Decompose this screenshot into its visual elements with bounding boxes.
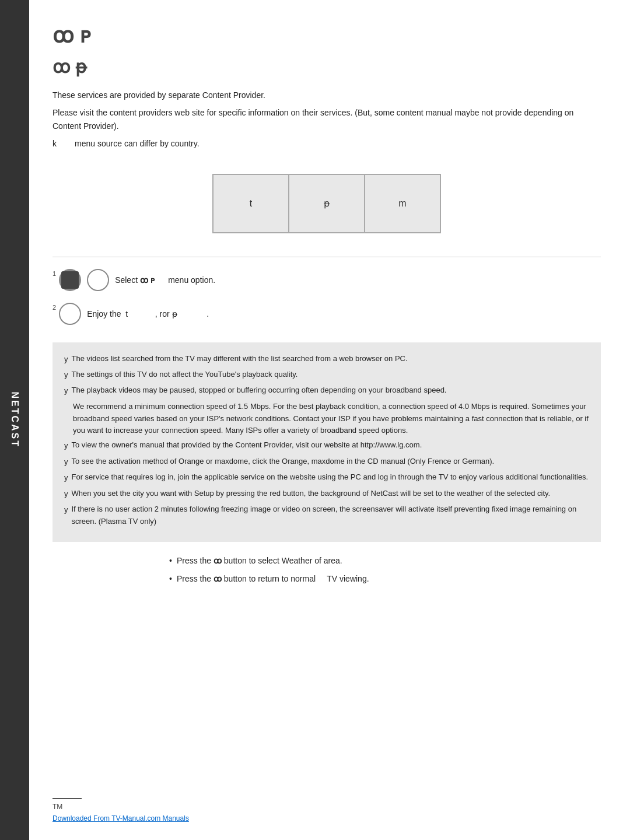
step-2-number: 2 bbox=[52, 304, 56, 311]
sidebar: NETCAST bbox=[0, 0, 29, 840]
bottom-bullet-1: • Press the ꝏ button to select Weather o… bbox=[169, 554, 601, 568]
bottom-bullets: • Press the ꝏ button to select Weather o… bbox=[169, 554, 601, 586]
note-1: y The videos list searched from the TV m… bbox=[64, 353, 589, 365]
description-line-3: k menu source can differ by country. bbox=[52, 137, 601, 150]
menu-boxes-section: t ᵽ m bbox=[52, 174, 601, 233]
note-6: y For service that requires log in, join… bbox=[64, 471, 589, 484]
note-5: y To see the activation method of Orange… bbox=[64, 456, 589, 468]
step-1-text: Select ꝏ ᴘ menu option. bbox=[115, 275, 215, 285]
main-content: ꝏ ᴘ ꝏ ᵽ These services are provided by s… bbox=[29, 0, 630, 840]
step-2: 2 Enjoy the t , ror ᵽ . bbox=[52, 303, 601, 325]
note-7: y When you set the city you want with Se… bbox=[64, 488, 589, 500]
menu-box-1: t bbox=[213, 174, 289, 233]
sidebar-label: NETCAST bbox=[9, 392, 20, 449]
header-symbols: ꝏ ᴘ ꝏ ᵽ bbox=[52, 23, 601, 77]
footer-tm: TM bbox=[52, 803, 607, 811]
note-4: y To view the owner's manual that provid… bbox=[64, 439, 589, 452]
step-1-button-icon bbox=[59, 269, 81, 291]
symbol-medium: ꝏ ᵽ bbox=[52, 57, 601, 77]
menu-box-3: m bbox=[365, 174, 440, 233]
steps-section: 1 Select ꝏ ᴘ menu option. 2 Enjoy the t … bbox=[52, 269, 601, 325]
symbol-large: ꝏ ᴘ bbox=[52, 23, 601, 48]
bottom-bullet-2: • Press the ꝏ button to return to normal… bbox=[169, 572, 601, 586]
note-8: y If there is no user action 2 minutes f… bbox=[64, 503, 589, 528]
menu-boxes-container: t ᵽ m bbox=[212, 174, 441, 233]
description-line-2: Please visit the content providers web s… bbox=[52, 106, 601, 132]
step-1-circle bbox=[87, 269, 109, 291]
section-divider bbox=[52, 257, 601, 257]
footer-line bbox=[52, 798, 82, 799]
note-2: y The settings of this TV do not affect … bbox=[64, 369, 589, 381]
description-line-1: These services are provided by separate … bbox=[52, 89, 601, 102]
step-1: 1 Select ꝏ ᴘ menu option. bbox=[52, 269, 601, 291]
note-3-sub: We recommend a minimum connection speed … bbox=[73, 401, 589, 437]
notes-section: y The videos list searched from the TV m… bbox=[52, 342, 601, 542]
note-3: y The playback videos may be paused, sto… bbox=[64, 384, 589, 397]
step-2-text: Enjoy the t , ror ᵽ . bbox=[87, 309, 209, 318]
menu-box-2: ᵽ bbox=[289, 174, 365, 233]
step-1-btn-inner bbox=[61, 271, 79, 289]
footer-link[interactable]: Downloaded From TV-Manual.com Manuals bbox=[52, 814, 189, 822]
step-1-number: 1 bbox=[52, 270, 56, 277]
footer: TM Downloaded From TV-Manual.com Manuals bbox=[52, 798, 607, 822]
step-2-circle bbox=[59, 303, 81, 325]
